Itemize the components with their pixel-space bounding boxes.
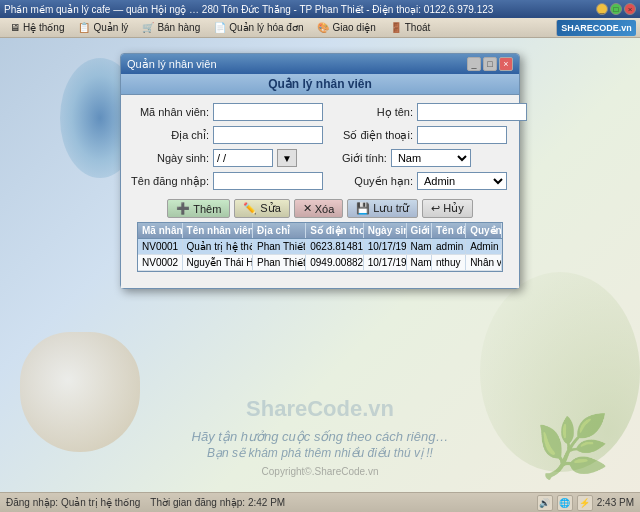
sua-icon: ✏️ xyxy=(243,202,257,215)
header-qh: Quyền hạn xyxy=(466,223,502,238)
cell-sdt-1: 0949.008822 xyxy=(306,255,364,270)
employee-data-grid: Mã nhân Tên nhân viên Địa chỉ Số điện th… xyxy=(137,222,503,272)
header-dc: Địa chỉ xyxy=(253,223,306,238)
dialog-header: Quản lý nhân viên xyxy=(121,74,519,95)
select-gioi-tinh[interactable]: Nam Nữ xyxy=(391,149,471,167)
grid-header-row: Mã nhân Tên nhân viên Địa chỉ Số điện th… xyxy=(138,223,502,239)
label-gioi-tinh: Giới tính: xyxy=(307,152,387,165)
cell-qh-1: Nhân viên xyxy=(466,255,502,270)
dialog-close-button[interactable]: × xyxy=(499,57,513,71)
dialog-title-bar: Quản lý nhân viên _ □ × xyxy=(121,54,519,74)
menu-giao-dien[interactable]: 🎨 Giao diện xyxy=(311,20,381,35)
login-status: Đăng nhập: Quản trị hệ thống xyxy=(6,497,140,508)
watermark-line1: Hãy tận hưởng cuộc sống theo cách riêng… xyxy=(192,429,449,444)
logo: SHARECODE.vn xyxy=(556,20,636,36)
input-so-dien-thoai[interactable] xyxy=(417,126,507,144)
menu-ban-hang[interactable]: 🛒 Bán hàng xyxy=(136,20,206,35)
deco-flower: 🌿 xyxy=(535,411,610,482)
thoat-icon: 🚪 xyxy=(390,22,402,33)
cell-ns-1: 10/17/19… xyxy=(364,255,407,270)
cell-td-1: nthuy xyxy=(432,255,466,270)
login-time: Thời gian đăng nhập: 2:42 PM xyxy=(150,497,285,508)
label-ma-nhan-vien: Mã nhân viên: xyxy=(129,106,209,118)
label-quyen-han: Quyền hạn: xyxy=(333,175,413,188)
header-gt: Giới xyxy=(407,223,432,238)
label-ho-ten: Họ tên: xyxy=(333,106,413,119)
title-bar: Phần mềm quản lý cafe — quán Hội ngộ … 2… xyxy=(0,0,640,18)
cell-gt-1: Nam xyxy=(407,255,432,270)
deco-cup xyxy=(20,332,140,452)
label-ten-dang-nhap: Tên đăng nhập: xyxy=(129,175,209,188)
header-ma: Mã nhân xyxy=(138,223,183,238)
sua-button[interactable]: ✏️ Sửa xyxy=(234,199,289,218)
cell-ns-0: 10/17/19… xyxy=(364,239,407,254)
label-so-dien-thoai: Số điện thoại: xyxy=(333,129,413,142)
input-ho-ten[interactable] xyxy=(417,103,527,121)
them-button[interactable]: ➕ Thêm xyxy=(167,199,230,218)
status-icon-2[interactable]: 🌐 xyxy=(557,495,573,511)
form-row-3: Ngày sinh: ▼ Giới tính: Nam Nữ xyxy=(129,149,511,167)
form-row-2: Địa chỉ: Số điện thoại: xyxy=(129,126,511,144)
quan-ly-icon: 📋 xyxy=(78,22,90,33)
status-icons-area: 🔊 🌐 ⚡ 2:43 PM xyxy=(537,495,634,511)
luu-icon: 💾 xyxy=(356,202,370,215)
label-ngay-sinh: Ngày sinh: xyxy=(129,152,209,164)
hoa-don-icon: 📄 xyxy=(214,22,226,33)
watermark-main: ShareCode.vn xyxy=(246,396,394,422)
he-thong-icon: 🖥 xyxy=(10,22,20,33)
input-ma-nhan-vien[interactable] xyxy=(213,103,323,121)
input-ngay-sinh[interactable] xyxy=(213,149,273,167)
huy-icon: ↩ xyxy=(431,202,440,215)
dialog-title: Quản lý nhân viên xyxy=(127,58,217,71)
label-dia-chi: Địa chỉ: xyxy=(129,129,209,142)
header-sdt: Số điện thoại xyxy=(306,223,364,238)
table-row[interactable]: NV0002 Nguyễn Thái Huy Phan Thiết … 0949… xyxy=(138,255,502,271)
menu-hoa-don[interactable]: 📄 Quản lý hóa đơn xyxy=(208,20,309,35)
them-icon: ➕ xyxy=(176,202,190,215)
close-button[interactable]: × xyxy=(624,3,636,15)
table-row[interactable]: NV0001 Quản trị hệ thống Phan Thiết … 06… xyxy=(138,239,502,255)
dialog-minimize-button[interactable]: _ xyxy=(467,57,481,71)
cell-dc-0: Phan Thiết … xyxy=(253,239,306,254)
select-quyen-han[interactable]: Admin Nhân viên xyxy=(417,172,507,190)
cell-gt-0: Nam xyxy=(407,239,432,254)
status-icon-1[interactable]: 🔊 xyxy=(537,495,553,511)
date-picker-button[interactable]: ▼ xyxy=(277,149,297,167)
clock: 2:43 PM xyxy=(597,497,634,508)
menu-quan-ly[interactable]: 📋 Quản lý xyxy=(72,20,134,35)
cell-dc-1: Phan Thiết … xyxy=(253,255,306,270)
cell-sdt-0: 0623.814814 xyxy=(306,239,364,254)
huy-button[interactable]: ↩ Hủy xyxy=(422,199,472,218)
cell-ma-0: NV0001 xyxy=(138,239,183,254)
header-ns: Ngày sinh xyxy=(364,223,407,238)
form-row-1: Mã nhân viên: Họ tên: xyxy=(129,103,511,121)
menu-he-thong[interactable]: 🖥 Hệ thống xyxy=(4,20,70,35)
cell-ma-1: NV0002 xyxy=(138,255,183,270)
header-td: Tên đăng xyxy=(432,223,466,238)
giao-dien-icon: 🎨 xyxy=(317,22,329,33)
cell-ten-0: Quản trị hệ thống xyxy=(183,239,254,254)
menu-thoat[interactable]: 🚪 Thoát xyxy=(384,20,437,35)
menu-bar: 🖥 Hệ thống 📋 Quản lý 🛒 Bán hàng 📄 Quản l… xyxy=(0,18,640,38)
cell-qh-0: Admin xyxy=(466,239,502,254)
dialog-body: Mã nhân viên: Họ tên: Địa chỉ: Số điện t… xyxy=(121,95,519,288)
main-background: 🌿 ShareCode.vn Hãy tận hưởng cuộc sống t… xyxy=(0,38,640,512)
app-title: Phần mềm quản lý cafe — quán Hội ngộ … 2… xyxy=(4,4,493,15)
cell-td-0: admin xyxy=(432,239,466,254)
form-row-4: Tên đăng nhập: Quyền hạn: Admin Nhân viê… xyxy=(129,172,511,190)
ban-hang-icon: 🛒 xyxy=(142,22,154,33)
header-ten: Tên nhân viên xyxy=(183,223,254,238)
input-ten-dang-nhap[interactable] xyxy=(213,172,323,190)
watermark-line2: Bạn sẽ khám phá thêm nhiều điều thú vị !… xyxy=(207,446,433,460)
employee-management-dialog: Quản lý nhân viên _ □ × Quản lý nhân viê… xyxy=(120,53,520,289)
xoa-button[interactable]: ✕ Xóa xyxy=(294,199,344,218)
dialog-maximize-button[interactable]: □ xyxy=(483,57,497,71)
copyright-text: Copyright©.ShareCode.vn xyxy=(262,466,379,477)
status-icon-3[interactable]: ⚡ xyxy=(577,495,593,511)
maximize-button[interactable]: □ xyxy=(610,3,622,15)
luu-tru-button[interactable]: 💾 Lưu trữ xyxy=(347,199,418,218)
input-dia-chi[interactable] xyxy=(213,126,323,144)
toolbar: ➕ Thêm ✏️ Sửa ✕ Xóa 💾 Lưu trữ ↩ Hủy xyxy=(129,195,511,222)
minimize-button[interactable]: _ xyxy=(596,3,608,15)
cell-ten-1: Nguyễn Thái Huy xyxy=(183,255,254,270)
